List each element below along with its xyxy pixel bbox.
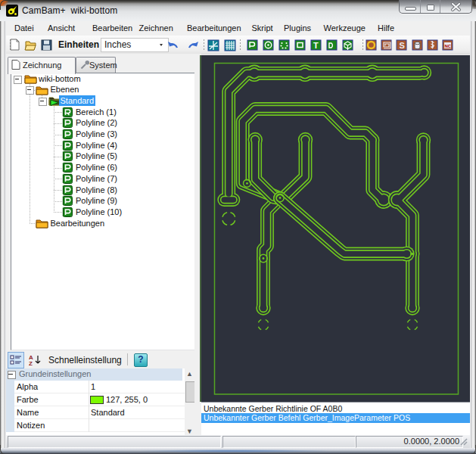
svg-text:NC: NC bbox=[445, 44, 452, 48]
svg-text:Z: Z bbox=[29, 360, 33, 366]
svg-text:S: S bbox=[400, 41, 405, 50]
svg-text:T: T bbox=[313, 41, 319, 50]
